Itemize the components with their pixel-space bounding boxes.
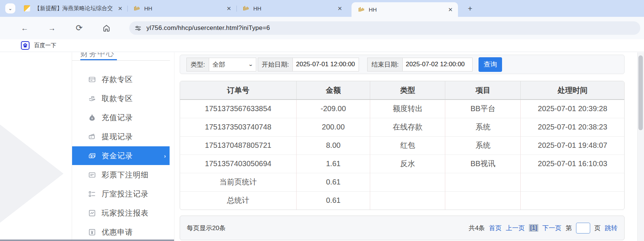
sidebar-item-label: 优惠申请 xyxy=(102,227,133,237)
table-cell xyxy=(445,191,521,210)
filter-panel: 类型: 全部 ⌄ 开始日期: 结束日期: 查询 xyxy=(180,55,625,74)
records-table: 订单号 金额 类型 项目 处理时间 1751373567633854-209.0… xyxy=(180,81,624,210)
gold-hh-favicon-icon xyxy=(243,5,249,12)
tab-3[interactable]: HH ✕ xyxy=(238,0,347,17)
table-cell: 1751373503740748 xyxy=(180,118,297,136)
close-icon[interactable]: ✕ xyxy=(446,6,454,14)
sidebar-item-hall-bet-records[interactable]: 厅室投注记录 xyxy=(72,184,170,203)
sidebar-item-label: 彩票下注明细 xyxy=(102,170,149,180)
table-row: 1751373503740748200.00在线存款系统2025-07-01 2… xyxy=(180,118,624,136)
page-number-input[interactable] xyxy=(576,223,590,234)
forward-button[interactable]: → xyxy=(47,24,56,33)
sidebar-item-withdrawal-records[interactable]: 提现记录 xyxy=(72,127,170,146)
end-date-group: 结束日期: xyxy=(367,58,473,71)
tab-title: HH xyxy=(144,5,225,12)
tab-2[interactable]: HH ✕ xyxy=(129,0,236,17)
table-row: 17513704878057218.00红包系统2025-07-01 19:48… xyxy=(180,136,624,155)
deposit-card-icon xyxy=(88,76,96,83)
table-body: 1751373567633854-209.00额度转出BB平台2025-07-0… xyxy=(180,100,624,210)
first-page-link[interactable]: 首页 xyxy=(489,224,502,232)
table-cell: BB平台 xyxy=(445,100,521,118)
table-cell: 反水 xyxy=(370,155,445,173)
main-content: 类型: 全部 ⌄ 开始日期: 结束日期: 查询 xyxy=(174,52,636,241)
baidu-favicon-icon xyxy=(21,41,30,50)
table-cell: 8.00 xyxy=(297,136,370,155)
sidebar-item-label: 取款专区 xyxy=(102,94,133,104)
address-bar[interactable]: yl756.com/hhcp/usercenter.html?iniType=6 xyxy=(129,21,640,35)
back-button[interactable]: ← xyxy=(20,24,29,33)
money-bag-icon: ¥ xyxy=(88,114,96,122)
prev-page-link[interactable]: 上一页 xyxy=(506,224,525,232)
sidebar-item-label: 玩家投注报表 xyxy=(102,208,149,218)
sidebar-item-promo-application[interactable]: 优惠申请 xyxy=(72,223,170,241)
col-project: 项目 xyxy=(445,81,521,100)
scrollbar-thumb[interactable] xyxy=(638,55,643,130)
close-icon[interactable]: ✕ xyxy=(225,4,233,13)
sidebar-item-recharge-records[interactable]: ¥ 充值记录 xyxy=(72,108,170,127)
table-cell: 200.00 xyxy=(297,118,370,136)
table-cell: 系统 xyxy=(445,118,521,136)
forum-favicon-icon xyxy=(24,5,30,12)
close-icon[interactable]: ✕ xyxy=(336,4,344,13)
chart-report-icon xyxy=(88,209,96,217)
new-tab-button[interactable]: + xyxy=(465,3,476,14)
sidebar-item-player-bet-report[interactable]: 玩家投注报表 xyxy=(72,204,170,222)
tab-strip: ⌄ 【新提醒】海燕策略论坛综合交 ✕ HH ✕ HH ✕ xyxy=(0,0,644,17)
wallet-icon xyxy=(88,133,96,141)
jump-link[interactable]: 跳转 xyxy=(605,224,617,232)
type-select[interactable]: 全部 ⌄ xyxy=(209,58,256,71)
sidebar-item-deposit-zone[interactable]: 存款专区 xyxy=(72,70,170,89)
col-order-no: 订单号 xyxy=(180,81,297,100)
table-cell: BB视讯 xyxy=(445,155,521,173)
close-icon[interactable]: ✕ xyxy=(116,4,124,13)
web-page: 财务中心 存款专区 取款专区 ¥ xyxy=(0,52,644,241)
browser-toolbar: ← → ⟳ yl756.com/hhcp/usercenter.html?ini… xyxy=(0,17,644,39)
table-cell xyxy=(521,173,624,191)
total-count: 共4条 xyxy=(469,224,485,232)
sidebar-item-label: 厅室投注记录 xyxy=(102,189,149,199)
tab-separator xyxy=(236,6,237,12)
search-button[interactable]: 查询 xyxy=(479,57,502,72)
tab-4-active[interactable]: HH ✕ xyxy=(352,2,458,17)
pager: 共4条 首页 上一页 [1] 下一页 第 页 跳转 xyxy=(469,223,617,234)
next-page-link[interactable]: 下一页 xyxy=(542,224,561,232)
table-cell: 1.61 xyxy=(297,155,370,173)
chevron-down-icon: ⌄ xyxy=(248,62,253,67)
sidebar-title-underline xyxy=(80,59,117,60)
table-row: 1751373567633854-209.00额度转出BB平台2025-07-0… xyxy=(180,100,624,118)
bookmark-baidu[interactable]: 百度一下 xyxy=(34,42,56,49)
col-type: 类型 xyxy=(370,81,445,100)
table-cell: 额度转出 xyxy=(370,100,445,118)
end-date-input[interactable] xyxy=(402,58,473,71)
table-cell: 2025-07-01 16:10:03 xyxy=(521,155,624,173)
table-cell: 2025-07-01 20:38:23 xyxy=(521,118,624,136)
tab-1[interactable]: 【新提醒】海燕策略论坛综合交 ✕ xyxy=(19,0,127,17)
plus-icon: + xyxy=(468,4,472,13)
table-row: 总统计0.61 xyxy=(180,191,624,210)
table-cell: 2025-07-01 19:48:07 xyxy=(521,136,624,155)
table-header-row: 订单号 金额 类型 项目 处理时间 xyxy=(180,81,624,100)
page-scrollbar[interactable] xyxy=(637,52,644,241)
pagination-panel: 每页显示20条 共4条 首页 上一页 [1] 下一页 第 页 跳转 xyxy=(180,216,625,240)
hand-money-icon xyxy=(88,95,96,103)
start-date-label: 开始日期: xyxy=(258,58,293,71)
sidebar-item-funds-records[interactable]: 资金记录 › xyxy=(72,146,170,165)
records-table-wrap: 订单号 金额 类型 项目 处理时间 1751373567633854-209.0… xyxy=(180,81,625,210)
sidebar-title-wrap: 财务中心 xyxy=(72,52,170,61)
table-cell: 2025-07-01 20:39:28 xyxy=(521,100,624,118)
home-icon xyxy=(102,24,111,32)
banknotes-icon xyxy=(88,152,96,160)
home-button[interactable] xyxy=(102,24,111,32)
start-date-input[interactable] xyxy=(292,58,359,71)
table-cell: 红包 xyxy=(370,136,445,155)
gold-hh-favicon-icon xyxy=(358,6,365,13)
reload-button[interactable]: ⟳ xyxy=(75,23,84,33)
current-page[interactable]: [1] xyxy=(529,224,538,232)
tab-collapse-button[interactable]: ⌄ xyxy=(5,3,15,13)
url-text[interactable]: yl756.com/hhcp/usercenter.html?iniType=6 xyxy=(146,24,270,32)
table-cell: 总统计 xyxy=(180,191,297,210)
sidebar-item-withdraw-zone[interactable]: 取款专区 xyxy=(72,89,170,108)
sidebar-item-lottery-bet-details[interactable]: 彩票下注明细 xyxy=(72,165,170,184)
tab-title: HH xyxy=(253,5,336,12)
site-settings-icon[interactable] xyxy=(134,25,142,32)
